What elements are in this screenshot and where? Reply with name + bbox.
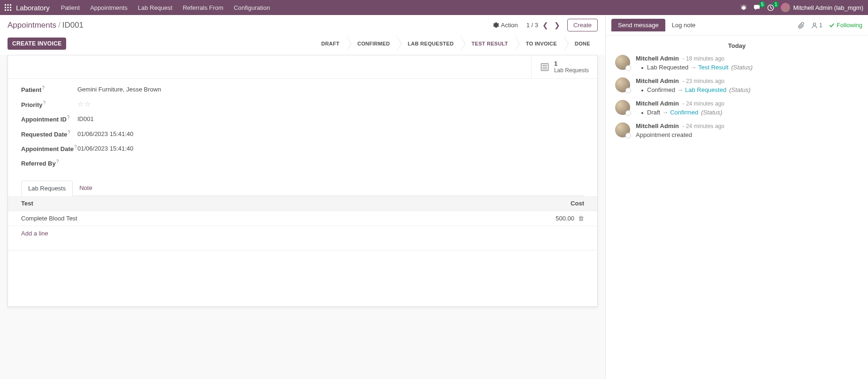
- followers-button[interactable]: 1: [811, 22, 822, 29]
- svg-rect-5: [10, 7, 11, 8]
- tab-lab-requests[interactable]: Lab Requests: [21, 181, 73, 196]
- menu-configuration[interactable]: Configuration: [234, 4, 270, 11]
- svg-rect-8: [10, 9, 11, 11]
- main-menu: Patient Appointments Lab Request Referra…: [61, 4, 270, 11]
- apps-icon[interactable]: [5, 4, 11, 11]
- top-navbar: Laboratory Patient Appointments Lab Requ…: [0, 0, 868, 15]
- col-cost[interactable]: Cost: [527, 196, 597, 211]
- send-message-button[interactable]: Send message: [611, 19, 665, 31]
- stat-button-box: 1 Lab Requests: [8, 55, 597, 79]
- menu-appointments[interactable]: Appointments: [90, 4, 128, 11]
- pager-next-icon[interactable]: ❯: [553, 21, 562, 30]
- status-done[interactable]: DONE: [564, 37, 598, 50]
- svg-rect-6: [5, 9, 6, 11]
- priority-stars[interactable]: ☆☆: [77, 100, 91, 108]
- patient-value[interactable]: Gemini Furniture, Jesse Brown: [77, 86, 161, 93]
- lab-requests-stat-button[interactable]: 1 Lab Requests: [531, 55, 597, 78]
- presence-icon: [625, 110, 631, 116]
- help-icon[interactable]: ?: [67, 115, 70, 120]
- follow-button[interactable]: Following: [829, 22, 862, 29]
- status-to-invoice[interactable]: TO INVOICE: [516, 37, 564, 50]
- requested-date-label: Requested Date: [21, 131, 67, 138]
- action-dropdown[interactable]: Action: [493, 22, 518, 29]
- stat-label: Lab Requests: [554, 67, 589, 74]
- referred-by-label: Referred By: [21, 160, 56, 167]
- message-item: Mitchell Admin - 24 minutes ago Appointm…: [615, 122, 859, 138]
- message-author[interactable]: Mitchell Admin: [636, 77, 679, 84]
- message-time: - 23 minutes ago: [683, 78, 724, 84]
- chatter-topbar: Send message Log note 1 Following: [606, 15, 868, 36]
- svg-point-9: [742, 6, 746, 9]
- user-menu[interactable]: Mitchell Admin (lab_mgm): [781, 3, 863, 12]
- main-panel: Appointments/ID001 Action 1 / 3 ❮ ❯ Crea…: [0, 15, 605, 379]
- arrow-right-icon: →: [690, 64, 696, 71]
- svg-rect-7: [8, 9, 9, 11]
- status-test-result[interactable]: TEST RESULT: [461, 37, 516, 50]
- create-invoice-button[interactable]: CREATE INVOICE: [8, 38, 66, 50]
- message-author[interactable]: Mitchell Admin: [636, 122, 679, 129]
- tab-note[interactable]: Note: [73, 181, 99, 196]
- help-icon[interactable]: ?: [56, 159, 59, 164]
- help-icon[interactable]: ?: [74, 144, 77, 150]
- chatter-body: Today Mitchell Admin - 18 minutes ago La…: [606, 36, 868, 379]
- form-sheet: 1 Lab Requests Patient? Gemini Furniture…: [8, 55, 598, 307]
- status-bar-row: CREATE INVOICE DRAFT CONFIRMED LAB REQUE…: [0, 35, 605, 55]
- appointment-date-value[interactable]: 01/06/2023 15:41:40: [77, 145, 133, 152]
- menu-referrals-from[interactable]: Referrals From: [183, 4, 223, 11]
- gear-icon: [493, 22, 499, 28]
- cell-test[interactable]: Complete Blood Test: [8, 211, 527, 226]
- log-note-button[interactable]: Log note: [665, 19, 702, 31]
- priority-label: Priority: [21, 101, 43, 108]
- followers-count: 1: [819, 22, 822, 29]
- track-new[interactable]: Lab Requested: [685, 86, 726, 93]
- presence-icon: [625, 133, 631, 138]
- check-icon: [829, 23, 835, 28]
- breadcrumb-root[interactable]: Appointments: [8, 21, 56, 30]
- debug-icon[interactable]: [740, 4, 747, 11]
- svg-rect-3: [5, 7, 6, 8]
- menu-lab-request[interactable]: Lab Request: [138, 4, 173, 11]
- app-brand[interactable]: Laboratory: [16, 4, 50, 12]
- activities-badge: 1: [773, 1, 779, 8]
- control-bar: Appointments/ID001 Action 1 / 3 ❮ ❯ Crea…: [0, 15, 605, 35]
- messages-icon[interactable]: 5: [754, 4, 761, 11]
- arrow-right-icon: →: [662, 109, 668, 116]
- track-field: (Status): [729, 86, 751, 93]
- track-field: (Status): [701, 109, 723, 116]
- activities-icon[interactable]: 1: [767, 4, 774, 11]
- track-new[interactable]: Test Result: [698, 64, 728, 71]
- message-time: - 24 minutes ago: [683, 123, 724, 129]
- status-confirmed[interactable]: CONFIRMED: [347, 37, 397, 50]
- col-test[interactable]: Test: [8, 196, 527, 211]
- message-item: Mitchell Admin - 24 minutes ago Draft→Co…: [615, 100, 859, 116]
- status-lab-requested[interactable]: LAB REQUESTED: [397, 37, 461, 50]
- svg-point-15: [813, 23, 815, 25]
- requested-date-value[interactable]: 01/06/2023 15:41:40: [77, 130, 133, 137]
- help-icon[interactable]: ?: [43, 100, 46, 106]
- help-icon[interactable]: ?: [68, 130, 70, 135]
- track-old: Lab Requested: [647, 64, 688, 71]
- menu-patient[interactable]: Patient: [61, 4, 80, 11]
- message-author[interactable]: Mitchell Admin: [636, 100, 679, 107]
- message-author[interactable]: Mitchell Admin: [636, 55, 679, 62]
- track-new[interactable]: Confirmed: [670, 109, 698, 116]
- svg-rect-1: [8, 4, 9, 6]
- pager-prev-icon[interactable]: ❮: [541, 21, 550, 30]
- appointment-id-label: Appointment ID: [21, 116, 67, 123]
- status-draft[interactable]: DRAFT: [315, 37, 347, 50]
- breadcrumb-current: ID001: [62, 21, 84, 30]
- breadcrumb: Appointments/ID001: [8, 21, 84, 30]
- add-line-link[interactable]: Add a line: [8, 226, 597, 241]
- user-avatar-icon: [781, 3, 790, 12]
- chatter-panel: Send message Log note 1 Following To: [605, 15, 868, 379]
- table-row[interactable]: Complete Blood Test 500.00🗑: [8, 211, 597, 226]
- attachment-icon[interactable]: [798, 22, 805, 29]
- help-icon[interactable]: ?: [42, 85, 45, 91]
- cell-cost[interactable]: 500.00: [556, 215, 574, 222]
- messages-badge: 5: [759, 1, 766, 8]
- pager-count[interactable]: 1 / 3: [526, 22, 538, 29]
- delete-row-icon[interactable]: 🗑: [578, 215, 584, 222]
- create-button[interactable]: Create: [567, 19, 598, 31]
- form-tabs: Lab Requests Note: [21, 178, 584, 196]
- message-body: Appointment created: [636, 131, 859, 138]
